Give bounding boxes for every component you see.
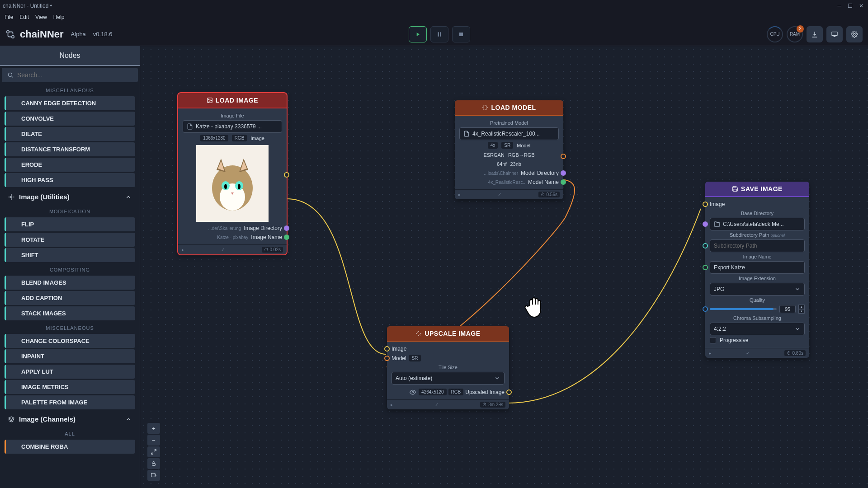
output-port-model[interactable] — [561, 154, 566, 159]
svg-rect-2 — [459, 33, 463, 36]
image-icon — [207, 97, 213, 103]
node-metrics[interactable]: IMAGE METRICS — [5, 380, 135, 394]
run-button[interactable] — [409, 26, 427, 42]
wand-icon — [10, 162, 17, 168]
window-close-icon[interactable]: ✕ — [859, 3, 863, 9]
menu-edit[interactable]: Edit — [19, 14, 29, 20]
file-field-image[interactable]: Katze - pixabay 3336579 ... — [183, 120, 282, 133]
input-port-subdir[interactable] — [703, 243, 708, 249]
checkbox-progressive-row[interactable]: Progressive — [710, 335, 805, 345]
svg-point-5 — [8, 73, 12, 76]
input-subdir[interactable] — [710, 239, 805, 252]
menu-help[interactable]: Help — [53, 14, 65, 20]
node-header-load-model[interactable]: LOAD MODEL — [455, 100, 563, 116]
node-rotate[interactable]: ROTATE — [5, 233, 135, 247]
window-minimize-icon[interactable]: ─ — [837, 3, 841, 9]
select-tilesize[interactable]: Auto (estimate) — [392, 372, 505, 385]
input-imgname[interactable] — [710, 261, 805, 274]
menu-file[interactable]: File — [5, 14, 13, 20]
select-ext[interactable]: JPG — [710, 283, 805, 296]
node-header-save[interactable]: SAVE IMAGE — [705, 182, 809, 197]
checkbox-progressive[interactable] — [710, 337, 716, 343]
field-label-model: Pretrained Model — [459, 118, 559, 127]
wand-icon — [10, 237, 17, 243]
input-port-name[interactable] — [703, 265, 708, 270]
menu-view[interactable]: View — [35, 14, 47, 20]
zoom-in-button[interactable]: + — [147, 423, 160, 434]
graph-node-save[interactable]: SAVE IMAGE Image Base Directory C:\Users… — [705, 182, 809, 358]
quality-slider[interactable] — [710, 308, 777, 310]
timing-load-image: ⏱ 0.02s — [262, 247, 283, 253]
wand-icon — [10, 221, 17, 228]
field-label-basedir: Base Directory — [710, 209, 805, 218]
image-meta: 1066x1280 RGB Image — [183, 133, 282, 143]
graph-node-upscale[interactable]: UPSCALE IMAGE Image Model SR Tile Size A… — [387, 326, 509, 409]
node-caption[interactable]: ADD CAPTION — [5, 291, 135, 305]
node-header-upscale[interactable]: UPSCALE IMAGE — [387, 326, 509, 342]
node-highpass[interactable]: HIGH PASS — [5, 173, 135, 187]
download-button[interactable] — [807, 26, 823, 42]
node-shift[interactable]: SHIFT — [5, 248, 135, 262]
presentation-button[interactable] — [826, 26, 843, 42]
app-brand: chaiNNer — [20, 28, 64, 40]
play-mini-icon[interactable]: ▸ — [458, 192, 461, 197]
input-port-image[interactable] — [384, 346, 390, 352]
input-port-save-image[interactable] — [703, 202, 708, 207]
output-port-directory[interactable] — [284, 225, 289, 231]
file-field-model[interactable]: 4x_RealisticRescaler_100... — [459, 127, 559, 140]
node-inpaint[interactable]: INPAINT — [5, 349, 135, 363]
input-port-basedir[interactable] — [703, 221, 708, 227]
output-port-upscaled[interactable] — [506, 389, 512, 395]
window-maximize-icon[interactable]: ☐ — [848, 3, 853, 9]
folder-icon — [714, 221, 720, 227]
node-convolve[interactable]: CONVOLVE — [5, 112, 135, 126]
category-image-channels[interactable]: Image (Channels) — [3, 411, 137, 427]
input-port-model[interactable] — [384, 356, 390, 361]
stop-button[interactable] — [452, 26, 470, 42]
node-canny[interactable]: CANNY EDGE DETECTION — [5, 96, 135, 110]
node-palette[interactable]: PALETTE FROM IMAGE — [5, 395, 135, 409]
play-mini-icon[interactable]: ▸ — [709, 351, 711, 356]
cpu-usage-badge[interactable]: CPU — [767, 26, 783, 42]
category-image-utilities[interactable]: Image (Utilities) — [3, 188, 137, 205]
output-port-modelname[interactable] — [561, 179, 566, 185]
output-port-image[interactable] — [284, 172, 289, 178]
node-blend[interactable]: BLEND IMAGES — [5, 276, 135, 290]
play-mini-icon[interactable]: ▸ — [391, 402, 393, 407]
node-canvas[interactable]: LOAD IMAGE Image File Katze - pixabay 33… — [140, 46, 868, 488]
search-input[interactable] — [17, 71, 132, 79]
file-field-basedir[interactable]: C:\Users\stefa\deck Me... — [710, 218, 805, 230]
sidebar-tab-nodes[interactable]: Nodes — [0, 46, 140, 66]
node-stack[interactable]: STACK IMAGES — [5, 306, 135, 320]
output-port-modeldir[interactable] — [561, 170, 566, 176]
node-distance[interactable]: DISTANCE TRANSFORM — [5, 142, 135, 156]
fit-view-button[interactable] — [147, 446, 160, 457]
field-label-subdir: Subdirectory Path optional — [710, 230, 805, 239]
ram-usage-badge[interactable]: RAM2 — [787, 26, 803, 42]
eye-icon[interactable] — [410, 389, 416, 395]
input-port-quality[interactable] — [703, 306, 708, 312]
quality-stepper[interactable]: ▴ ▾ — [798, 305, 805, 314]
graph-node-load-image[interactable]: LOAD IMAGE Image File Katze - pixabay 33… — [178, 93, 287, 254]
ram-badge-count: 2 — [797, 25, 804, 33]
node-applylut[interactable]: APPLY LUT — [5, 365, 135, 379]
wand-icon — [10, 280, 17, 286]
node-list[interactable]: MISCELLANEOUS CANNY EDGE DETECTION CONVO… — [0, 84, 140, 488]
select-chroma[interactable]: 4:2:2 — [710, 323, 805, 335]
quality-value[interactable]: 95 — [779, 305, 796, 313]
node-erode[interactable]: ERODE — [5, 158, 135, 172]
node-combine-rgba[interactable]: COMBINE RGBA — [5, 440, 135, 454]
export-view-button[interactable] — [147, 470, 160, 481]
node-header-load-image[interactable]: LOAD IMAGE — [178, 93, 287, 108]
node-flip[interactable]: FLIP — [5, 217, 135, 231]
lock-view-button[interactable] — [147, 458, 160, 469]
pause-button[interactable] — [430, 26, 448, 42]
settings-button[interactable] — [846, 26, 863, 42]
node-dilate[interactable]: DILATE — [5, 127, 135, 141]
node-colorspace[interactable]: CHANGE COLORSPACE — [5, 334, 135, 348]
window-title: chaiNNer - Untitled • — [3, 3, 52, 9]
play-mini-icon[interactable]: ▸ — [182, 247, 184, 252]
output-port-name[interactable] — [284, 235, 289, 240]
graph-node-load-model[interactable]: LOAD MODEL Pretrained Model 4x_Realistic… — [455, 100, 563, 199]
zoom-out-button[interactable]: − — [147, 435, 160, 446]
